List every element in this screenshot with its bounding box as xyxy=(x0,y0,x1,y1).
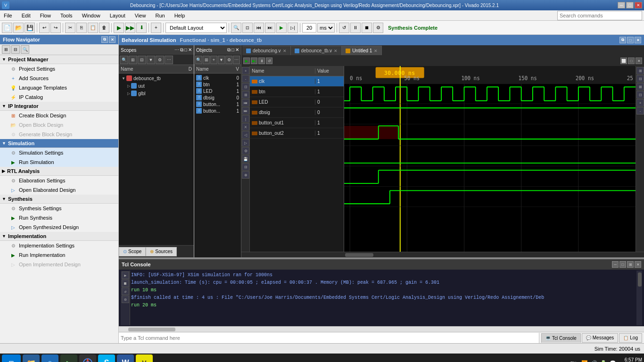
minimize-button[interactable]: ─ xyxy=(618,2,625,8)
tcl-max-btn[interactable]: ⊞ xyxy=(627,261,634,268)
nav-language-templates[interactable]: 💡 Language Templates xyxy=(0,83,118,92)
taskbar-volume-icon[interactable]: 🔊 xyxy=(590,359,598,362)
float-btn-1[interactable]: ⊞ xyxy=(636,67,644,74)
wave-canvas[interactable]: 30.000 ns 0 ns 50 ns 100 ns 150 ns 200 n… xyxy=(344,66,636,252)
obj-dbsig[interactable]: ⎍ dbsig 0 xyxy=(195,94,240,101)
nav-implementation-settings[interactable]: ⚙ Implementation Settings xyxy=(0,241,118,250)
scopes-menu-icon[interactable]: ⋯ xyxy=(174,47,179,53)
nav-collapse-all[interactable]: ⊟ xyxy=(11,45,20,54)
taskbar-internet-explorer[interactable]: e xyxy=(41,354,58,362)
wave-restore-btn[interactable]: ⬜ xyxy=(620,58,627,64)
nav-ip-catalog[interactable]: ⚡ IP Catalog xyxy=(0,92,118,102)
nav-open-block-design[interactable]: 📂 Open Block Design xyxy=(0,120,118,130)
tab-close-untitled-1[interactable]: ✕ xyxy=(374,49,378,53)
save-wave-btn[interactable]: 💾 xyxy=(242,155,249,163)
objects-filter-btn[interactable]: ▼ xyxy=(218,56,225,64)
nav-run-simulation[interactable]: ▶ Run Simulation xyxy=(0,157,118,167)
nav-project-settings[interactable]: ⚙ Project Settings xyxy=(0,64,118,74)
tcl-side-btn-1[interactable]: ▶ xyxy=(122,272,129,279)
wave-ctrl-step[interactable]: ▶| xyxy=(251,58,257,64)
synth-button[interactable]: ▶ xyxy=(114,23,124,33)
delete-button[interactable]: 🗑 xyxy=(99,23,109,33)
taskbar-notification-icon[interactable]: 💬 xyxy=(609,359,617,362)
program-button[interactable]: ⬇ xyxy=(136,23,147,33)
wave-ctrl-restart[interactable]: ↺ xyxy=(266,58,272,64)
wave-extra-btn[interactable]: ⊕ xyxy=(242,171,249,179)
zoom-out-wave-btn[interactable]: - xyxy=(242,75,249,82)
obj-led[interactable]: ⎍ LED 1 xyxy=(195,88,240,94)
wave-h-scrollbar[interactable] xyxy=(241,252,644,257)
objects-more-btn[interactable]: ⋯ xyxy=(233,56,240,64)
tab-untitled-1[interactable]: Untitled 1 ✕ xyxy=(342,46,382,55)
add-source-button[interactable]: + xyxy=(151,23,161,33)
menu-window[interactable]: Window xyxy=(80,12,102,19)
taskbar-file-explorer[interactable]: 📁 xyxy=(23,354,40,362)
search-commands-input[interactable] xyxy=(557,11,642,20)
tcl-close-btn[interactable]: ✕ xyxy=(635,261,641,268)
stop-button[interactable]: ⏹ xyxy=(362,23,372,33)
taskbar-arrow-icon[interactable]: ▲ xyxy=(558,359,566,362)
objects-close-icon[interactable]: ✕ xyxy=(235,47,239,53)
nav-add-sources[interactable]: + Add Sources xyxy=(0,74,118,83)
zoom-fit-wave-btn[interactable]: ⊡ xyxy=(242,83,249,90)
zoom-in-button[interactable]: 🔍 xyxy=(231,23,241,33)
zoom-sel-wave-btn[interactable]: ⊞ xyxy=(242,91,249,99)
tcl-restore-btn[interactable]: □ xyxy=(619,261,626,268)
add-divider-btn[interactable]: ⊟ xyxy=(242,163,249,171)
prev-edge-btn[interactable]: ⏮ xyxy=(242,99,249,107)
scope-uut[interactable]: ▷ uut xyxy=(120,82,193,90)
nav-create-block-design[interactable]: ⊞ Create Block Design xyxy=(0,111,118,120)
tcl-h-scrollbar[interactable] xyxy=(119,326,644,332)
tcl-side-btn-3[interactable]: ↺ xyxy=(122,288,129,295)
scopes-close-icon[interactable]: ✕ xyxy=(188,47,192,53)
prev-marker-btn[interactable]: ◁ xyxy=(242,131,249,139)
obj-btn[interactable]: ⎍ btn 1 xyxy=(195,81,240,88)
taskbar-skype[interactable]: S xyxy=(98,354,115,362)
scopes-max-icon[interactable]: □ xyxy=(184,47,187,53)
run-button[interactable]: ▶▶ xyxy=(125,23,135,33)
signal-row-button-out2[interactable]: button_out2 1 xyxy=(250,128,344,139)
cut-button[interactable]: ✂ xyxy=(65,23,75,33)
redo-button[interactable]: ↪ xyxy=(50,23,61,33)
next-marker-btn[interactable]: ▷ xyxy=(242,139,249,147)
taskbar-network-icon[interactable]: 📶 xyxy=(581,359,588,362)
restart-button[interactable]: ↺ xyxy=(339,23,349,33)
play-button[interactable]: ▶ xyxy=(276,23,287,33)
obj-button1[interactable]: ⎍ button... 1 xyxy=(195,101,240,107)
menu-help[interactable]: Help xyxy=(173,12,187,19)
tcl-tab-log[interactable]: 📋 Log xyxy=(619,333,642,343)
nav-elaboration-settings[interactable]: ⚙ Elaboration Settings xyxy=(0,176,118,185)
wave-scroll-thumb[interactable] xyxy=(345,253,373,257)
taskbar-clock[interactable]: 6:57 PM 12/21/2016 xyxy=(619,357,642,362)
objects-settings-btn[interactable]: ⚙ xyxy=(225,56,232,64)
nav-float-button[interactable]: ⧉ xyxy=(101,36,108,43)
float-btn-4[interactable]: ⊡ xyxy=(636,91,644,99)
settings-button2[interactable]: ⚙ xyxy=(373,23,383,33)
nav-search[interactable]: 🔍 xyxy=(21,45,29,54)
save-button[interactable]: 💾 xyxy=(25,23,35,33)
scopes-settings-btn[interactable]: ⚙ xyxy=(156,56,164,64)
tcl-command-input[interactable] xyxy=(119,333,539,343)
close-button[interactable]: ✕ xyxy=(635,2,642,8)
nav-generate-block-design[interactable]: ⚙ Generate Block Design xyxy=(0,130,118,139)
nav-expand-all[interactable]: ⊞ xyxy=(2,45,10,54)
step-button[interactable]: ▷| xyxy=(288,23,298,33)
taskbar-word[interactable]: W xyxy=(117,354,134,362)
copy-button[interactable]: ⎘ xyxy=(76,23,87,33)
menu-flow[interactable]: Flow xyxy=(38,12,53,19)
taskbar-media-player[interactable]: ▶ xyxy=(60,354,77,362)
tab-debounce-tb-v[interactable]: debounce_tb.v ✕ xyxy=(291,46,342,55)
scope-btn[interactable]: ⊙ Scope xyxy=(119,247,146,256)
nav-open-synthesized-design[interactable]: ▷ Open Synthesized Design xyxy=(0,222,118,232)
paste-button[interactable]: 📋 xyxy=(88,23,98,33)
signal-row-button-out1[interactable]: button_out1 1 xyxy=(250,118,344,128)
menu-file[interactable]: File xyxy=(2,12,14,19)
tcl-tab-messages[interactable]: 💬 Messages xyxy=(582,333,619,343)
nav-simulation-settings[interactable]: ⚙ Simulation Settings xyxy=(0,148,118,157)
wave-close-btn[interactable]: ✕ xyxy=(636,58,642,64)
prev-button[interactable]: ⏮ xyxy=(254,23,264,33)
scopes-filter-btn[interactable]: ▼ xyxy=(147,56,155,64)
section-header-simulation[interactable]: ▼ Simulation xyxy=(0,139,118,148)
open-button[interactable]: 📂 xyxy=(13,23,24,33)
scopes-float-icon[interactable]: ⧉ xyxy=(180,47,183,53)
